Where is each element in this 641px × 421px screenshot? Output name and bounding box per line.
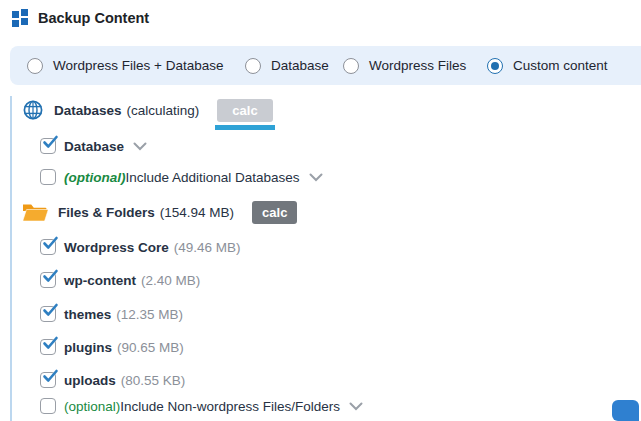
checkbox-row-additional-databases[interactable]: (optional) Include Additional Databases: [40, 166, 323, 188]
checkbox-row-themes[interactable]: themes (12.35 MB): [40, 303, 183, 325]
radio-icon[interactable]: [343, 58, 359, 74]
backup-content-icon: [12, 9, 29, 26]
radio-option-database[interactable]: Database: [245, 46, 329, 85]
database-checkbox[interactable]: [40, 138, 56, 154]
section-guide-line: [10, 96, 12, 421]
radio-icon[interactable]: [245, 58, 261, 74]
page-title: Backup Content: [38, 10, 149, 26]
radio-icon[interactable]: [27, 58, 43, 74]
calc-button-databases[interactable]: calc: [217, 99, 272, 122]
uploads-checkbox[interactable]: [40, 372, 56, 388]
chevron-down-icon[interactable]: [309, 173, 323, 182]
checkbox-row-non-wordpress[interactable]: (optional) Include Non-wordpress Files/F…: [40, 395, 363, 417]
additional-databases-checkbox[interactable]: [40, 169, 56, 185]
section-title-files-folders: Files & Folders(154.94 MB): [58, 203, 234, 221]
folder-icon: [22, 202, 48, 223]
backup-content-panel: Backup Content Wordpress Files + Databas…: [0, 0, 641, 421]
wordpress-core-checkbox[interactable]: [40, 239, 56, 255]
globe-icon: [22, 99, 44, 121]
checkbox-row-wordpress-core[interactable]: Wordpress Core (49.46 MB): [40, 236, 241, 258]
checkbox-row-database[interactable]: Database: [40, 135, 147, 157]
section-databases: Databases(calculating) calc: [22, 97, 273, 123]
non-wordpress-checkbox[interactable]: [40, 398, 56, 414]
checkbox-row-wp-content[interactable]: wp-content (2.40 MB): [40, 269, 200, 291]
calc-button-files[interactable]: calc: [252, 201, 297, 224]
checkbox-row-plugins[interactable]: plugins (90.65 MB): [40, 336, 184, 358]
section-files-folders: Files & Folders(154.94 MB) calc: [22, 199, 297, 225]
radio-icon-selected[interactable]: [487, 58, 503, 74]
plugins-checkbox[interactable]: [40, 339, 56, 355]
chevron-down-icon[interactable]: [349, 402, 363, 411]
panel-header: Backup Content: [12, 9, 149, 26]
section-title-databases: Databases(calculating): [54, 101, 199, 119]
radio-option-wordpress-files[interactable]: Wordpress Files: [343, 46, 466, 85]
wp-content-checkbox[interactable]: [40, 272, 56, 288]
chevron-down-icon[interactable]: [133, 142, 147, 151]
themes-checkbox[interactable]: [40, 306, 56, 322]
calc-progress-bar: [215, 125, 274, 130]
chat-widget-button[interactable]: [612, 400, 639, 421]
radio-option-custom-content[interactable]: Custom content: [487, 46, 608, 85]
backup-type-selector: Wordpress Files + Database Database Word…: [10, 46, 641, 85]
radio-option-wp-files-database[interactable]: Wordpress Files + Database: [27, 46, 223, 85]
checkbox-row-uploads[interactable]: uploads (80.55 KB): [40, 369, 185, 391]
